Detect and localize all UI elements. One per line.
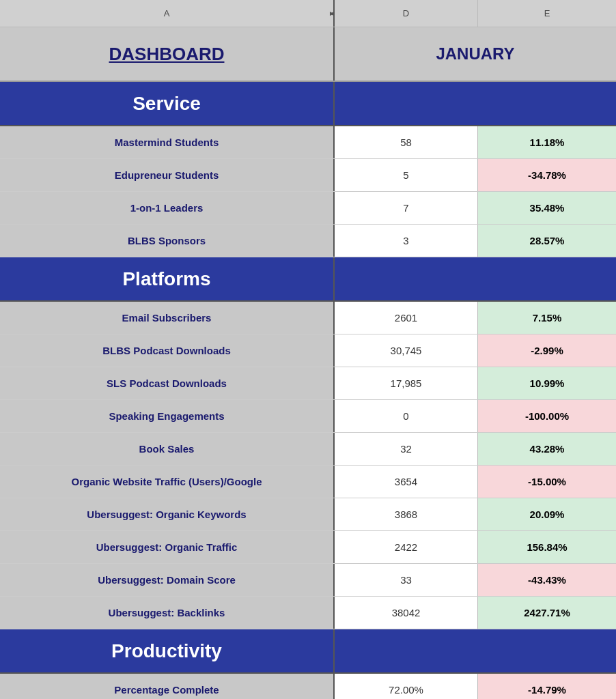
column-headers: A ◄ ► D E (0, 0, 616, 27)
row-label: Speaking Engagements (0, 400, 335, 432)
row-value: 5 (335, 159, 478, 191)
row-value: 0 (335, 400, 478, 432)
row-label: Ubersuggest: Organic Traffic (0, 531, 335, 563)
row-percentage: 11.18% (478, 126, 616, 158)
row-value: 17,985 (335, 367, 478, 399)
row-percentage: -15.00% (478, 466, 616, 498)
table-row: BLBS Podcast Downloads30,745-2.99% (0, 334, 616, 367)
row-label: Percentage Complete (0, 674, 335, 699)
row-label: Ubersuggest: Domain Score (0, 564, 335, 596)
row-value: 3 (335, 225, 478, 257)
table-row: Edupreneur Students5-34.78% (0, 159, 616, 192)
row-label: BLBS Podcast Downloads (0, 334, 335, 367)
dashboard-title-cell: DASHBOARD (0, 27, 335, 81)
dashboard-link[interactable]: DASHBOARD (109, 44, 225, 65)
row-label: Edupreneur Students (0, 159, 335, 191)
scroll-right-icon[interactable]: ► (328, 10, 335, 17)
table-row: Speaking Engagements0-100.00% (0, 400, 616, 433)
table-row: Email Subscribers26017.15% (0, 302, 616, 334)
table-row: Ubersuggest: Domain Score33-43.43% (0, 564, 616, 597)
table-row: Ubersuggest: Organic Keywords386820.09% (0, 498, 616, 531)
table-row: Organic Website Traffic (Users)/Google36… (0, 466, 616, 498)
section-header-right-1 (335, 257, 616, 300)
table-row: Ubersuggest: Backlinks380422427.71% (0, 597, 616, 629)
section-header-cell-2: Productivity (0, 629, 335, 672)
table-row: Ubersuggest: Organic Traffic2422156.84% (0, 531, 616, 564)
col-header-e: E (478, 0, 616, 27)
section-title-1: Platforms (122, 268, 210, 290)
row-value: 2601 (335, 302, 478, 334)
section-header-cell-0: Service (0, 82, 335, 125)
section-header-0: Service (0, 82, 616, 126)
table-row: Mastermind Students5811.18% (0, 126, 616, 159)
row-percentage: 35.48% (478, 192, 616, 224)
row-label: BLBS Sponsors (0, 225, 335, 257)
row-value: 7 (335, 192, 478, 224)
row-value: 72.00% (335, 674, 478, 699)
month-label: JANUARY (436, 44, 514, 63)
col-header-a: A ◄ ► (0, 0, 335, 27)
row-value: 32 (335, 433, 478, 465)
row-percentage: 28.57% (478, 225, 616, 257)
row-label: Ubersuggest: Organic Keywords (0, 498, 335, 530)
dashboard-row: DASHBOARD JANUARY (0, 27, 616, 82)
row-label: Organic Website Traffic (Users)/Google (0, 466, 335, 498)
row-label: 1-on-1 Leaders (0, 192, 335, 224)
row-value: 3654 (335, 466, 478, 498)
section-header-right-0 (335, 82, 616, 125)
row-label: SLS Podcast Downloads (0, 367, 335, 399)
spreadsheet: A ◄ ► D E DASHBOARD JANUARY Service Mast… (0, 0, 616, 699)
row-label: Mastermind Students (0, 126, 335, 158)
col-header-d: D (335, 0, 478, 27)
row-percentage: 156.84% (478, 531, 616, 563)
row-percentage: -100.00% (478, 400, 616, 432)
section-header-2: Productivity (0, 629, 616, 674)
row-label: Ubersuggest: Backlinks (0, 597, 335, 629)
row-value: 58 (335, 126, 478, 158)
month-cell: JANUARY (335, 27, 616, 81)
row-percentage: -14.79% (478, 674, 616, 699)
row-percentage: 20.09% (478, 498, 616, 530)
row-percentage: 7.15% (478, 302, 616, 334)
section-header-right-2 (335, 629, 616, 672)
row-percentage: -43.43% (478, 564, 616, 596)
sections-container: Service Mastermind Students5811.18%Edupr… (0, 82, 616, 699)
table-row: Book Sales3243.28% (0, 433, 616, 466)
section-header-1: Platforms (0, 257, 616, 302)
row-percentage: 43.28% (478, 433, 616, 465)
row-percentage: 2427.71% (478, 597, 616, 629)
row-percentage: -34.78% (478, 159, 616, 191)
table-row: SLS Podcast Downloads17,98510.99% (0, 367, 616, 400)
section-title-2: Productivity (111, 640, 222, 662)
table-row: BLBS Sponsors328.57% (0, 225, 616, 257)
row-value: 33 (335, 564, 478, 596)
row-value: 2422 (335, 531, 478, 563)
row-value: 38042 (335, 597, 478, 629)
row-label: Email Subscribers (0, 302, 335, 334)
table-row: 1-on-1 Leaders735.48% (0, 192, 616, 225)
row-percentage: 10.99% (478, 367, 616, 399)
section-title-0: Service (132, 93, 201, 115)
row-label: Book Sales (0, 433, 335, 465)
row-value: 3868 (335, 498, 478, 530)
section-header-cell-1: Platforms (0, 257, 335, 300)
row-percentage: -2.99% (478, 334, 616, 367)
table-row: Percentage Complete72.00%-14.79% (0, 674, 616, 699)
row-value: 30,745 (335, 334, 478, 367)
